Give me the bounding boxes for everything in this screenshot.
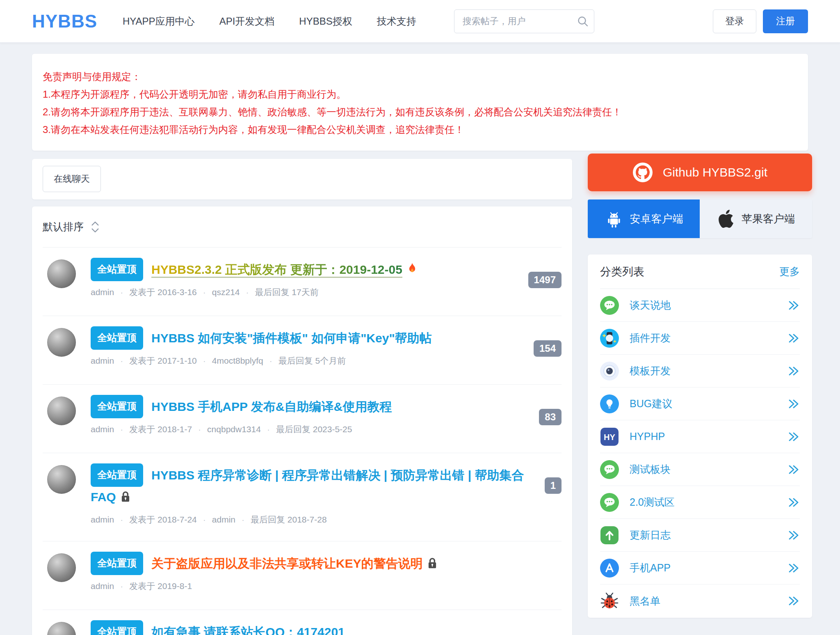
search-input[interactable] xyxy=(454,9,594,33)
avatar[interactable] xyxy=(47,622,76,635)
reply-count-badge: 154 xyxy=(534,340,562,357)
category-row[interactable]: 黑名单 xyxy=(600,585,800,617)
post-body: 全站置顶HYBBS 手机APP 发布&自助编译&使用教程 admin·发表于 2… xyxy=(91,395,531,453)
post-row: 全站置顶关于盗版应用以及非法共享或转让KEY的警告说明 admin·发表于 20… xyxy=(43,541,562,610)
category-row[interactable]: 手机APP xyxy=(600,552,800,585)
disclaimer-line: 免责声明与使用规定： xyxy=(43,68,797,85)
avatar[interactable] xyxy=(47,259,76,288)
category-label[interactable]: HYPHP xyxy=(630,431,788,442)
category-more-link[interactable]: 更多 xyxy=(779,265,800,278)
meta-username-link[interactable]: admin xyxy=(91,515,114,525)
category-header: 分类列表 更多 xyxy=(600,254,800,289)
avatar[interactable] xyxy=(47,553,76,582)
meta-info: 发表于 2018-1-7 xyxy=(129,424,192,435)
avatar[interactable] xyxy=(47,328,76,357)
dot-separator: · xyxy=(203,356,206,366)
search-icon[interactable] xyxy=(576,15,589,30)
double-chevron-right-icon[interactable] xyxy=(788,398,800,410)
double-chevron-right-icon[interactable] xyxy=(788,431,800,442)
meta-username-link[interactable]: qsz214 xyxy=(212,287,240,297)
category-label[interactable]: 谈天说地 xyxy=(630,298,788,312)
category-label[interactable]: 黑名单 xyxy=(630,594,788,608)
dot-separator: · xyxy=(120,287,123,297)
category-label[interactable]: BUG建议 xyxy=(630,397,788,410)
category-label[interactable]: 模板开发 xyxy=(630,364,788,378)
site-logo[interactable]: HYBBS xyxy=(32,11,97,32)
meta-username-link[interactable]: admin xyxy=(91,581,114,591)
double-chevron-right-icon[interactable] xyxy=(788,332,800,344)
watch-icon xyxy=(600,329,619,348)
dot-separator: · xyxy=(120,581,123,591)
meta-username-link[interactable]: 4moct8bplyfq xyxy=(212,356,263,366)
post-title-link[interactable]: HYBBS 程序异常诊断 | 程序异常出错解决 | 预防异常出错 | 帮助集合 … xyxy=(91,468,524,504)
post-title-link[interactable]: 关于盗版应用以及非法共享或转让KEY的警告说明 xyxy=(151,557,423,570)
post-title-line: 全站置顶HYBBS 如何安装"插件模板" 如何申请"Key"帮助帖 xyxy=(91,326,525,350)
meta-info: 最后回复 2018-7-28 xyxy=(251,514,327,525)
nav-link-api-docs[interactable]: API开发文档 xyxy=(219,15,275,28)
lock-icon xyxy=(427,555,438,575)
nav-links: HYAPP应用中心 API开发文档 HYBBS授权 技术支持 xyxy=(123,15,416,28)
register-button[interactable]: 注册 xyxy=(763,9,808,33)
post-body: 全站置顶HYBBS 程序异常诊断 | 程序异常出错解决 | 预防异常出错 | 帮… xyxy=(91,463,536,541)
post-row: 全站置顶如有急事 请联系站长QQ：4174201 xyxy=(43,610,562,635)
category-row[interactable]: BUG建议 xyxy=(600,387,800,420)
android-client-button[interactable]: 安卓客户端 xyxy=(588,199,700,238)
category-row[interactable]: 更新日志 xyxy=(600,519,800,552)
category-label[interactable]: 手机APP xyxy=(630,561,788,575)
post-meta: admin·发表于 2018-1-7·cnqbpdw1314·最后回复 2023… xyxy=(91,424,531,435)
sort-dropdown[interactable]: 默认排序 xyxy=(43,220,84,234)
meta-username-link[interactable]: cnqbpdw1314 xyxy=(207,424,261,434)
category-row[interactable]: 测试板块 xyxy=(600,453,800,486)
category-row[interactable]: 2.0测试区 xyxy=(600,486,800,519)
dot-separator: · xyxy=(246,287,249,297)
category-label[interactable]: 2.0测试区 xyxy=(630,495,788,509)
double-chevron-right-icon[interactable] xyxy=(788,464,800,475)
double-chevron-right-icon[interactable] xyxy=(788,497,800,508)
category-row[interactable]: HY HYPHP xyxy=(600,420,800,453)
sort-direction-icon[interactable] xyxy=(90,220,100,234)
post-title-line: 全站置顶HYBBS 手机APP 发布&自助编译&使用教程 xyxy=(91,395,531,418)
category-list-card: 分类列表 更多 谈天说地 插件开发 模板开发 BUG建议 HY HYPHP 测试… xyxy=(588,254,812,618)
category-title: 分类列表 xyxy=(600,264,644,279)
disclaimer-line: 1.本程序为开源程序，代码公开透明无加密，请勿私自用于商业行为。 xyxy=(43,85,797,103)
login-button[interactable]: 登录 xyxy=(713,9,756,33)
category-label[interactable]: 更新日志 xyxy=(630,528,788,542)
double-chevron-right-icon[interactable] xyxy=(788,562,800,574)
github-repo-button[interactable]: Github HYBBS2.git xyxy=(588,154,812,191)
meta-username-link[interactable]: admin xyxy=(91,287,114,297)
post-row: 全站置顶HYBBS2.3.2 正式版发布 更新于：2019-12-05 admi… xyxy=(43,248,562,316)
avatar[interactable] xyxy=(47,465,76,494)
category-row[interactable]: 谈天说地 xyxy=(600,289,800,322)
meta-info: 最后回复 17天前 xyxy=(255,287,319,298)
dot-separator: · xyxy=(120,356,123,366)
post-title-line: 全站置顶HYBBS 程序异常诊断 | 程序异常出错解决 | 预防异常出错 | 帮… xyxy=(91,463,536,509)
post-title-link[interactable]: HYBBS2.3.2 正式版发布 更新于：2019-12-05 xyxy=(151,263,402,278)
nav-link-license[interactable]: HYBBS授权 xyxy=(299,15,352,28)
post-title-link[interactable]: 如有急事 请联系站长QQ：4174201 xyxy=(151,625,345,635)
post-title-link[interactable]: HYBBS 如何安装"插件模板" 如何申请"Key"帮助帖 xyxy=(151,331,432,345)
meta-username-link[interactable]: admin xyxy=(212,515,235,525)
nav-link-hyapp[interactable]: HYAPP应用中心 xyxy=(123,15,195,28)
online-chat-button[interactable]: 在线聊天 xyxy=(43,166,101,192)
post-body: 全站置顶HYBBS2.3.2 正式版发布 更新于：2019-12-05 admi… xyxy=(91,258,520,316)
double-chevron-right-icon[interactable] xyxy=(788,300,800,311)
post-meta: admin·发表于 2018-7-24·admin·最后回复 2018-7-28 xyxy=(91,514,536,525)
meta-username-link[interactable]: admin xyxy=(91,424,114,434)
category-label[interactable]: 测试板块 xyxy=(630,463,788,476)
meta-info: 发表于 2018-7-24 xyxy=(129,514,197,525)
category-label[interactable]: 插件开发 xyxy=(630,331,788,345)
double-chevron-right-icon[interactable] xyxy=(788,595,800,607)
category-row[interactable]: 插件开发 xyxy=(600,322,800,355)
nav-link-support[interactable]: 技术支持 xyxy=(377,15,416,28)
post-meta: admin·发表于 2016-3-16·qsz214·最后回复 17天前 xyxy=(91,287,520,298)
apple-client-button[interactable]: 苹果客户端 xyxy=(700,199,812,238)
category-row[interactable]: 模板开发 xyxy=(600,355,800,387)
chat-icon xyxy=(600,493,619,512)
meta-username-link[interactable]: admin xyxy=(91,356,114,366)
auth-buttons: 登录 注册 xyxy=(713,9,808,33)
double-chevron-right-icon[interactable] xyxy=(788,365,800,377)
post-title-link[interactable]: HYBBS 手机APP 发布&自助编译&使用教程 xyxy=(151,400,392,413)
double-chevron-right-icon[interactable] xyxy=(788,530,800,541)
avatar[interactable] xyxy=(47,397,76,425)
android-icon xyxy=(605,209,623,229)
